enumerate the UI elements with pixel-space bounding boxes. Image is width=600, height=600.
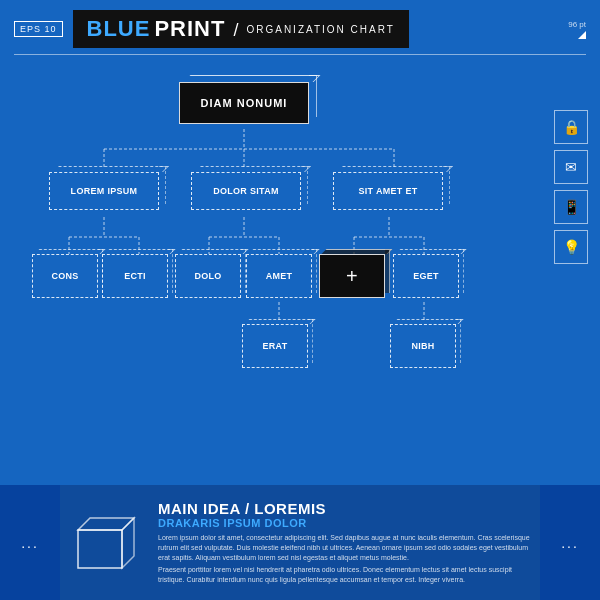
node-erat: ERAT [242, 324, 308, 368]
label-diam-nonumi: DIAM NONUMI [201, 97, 288, 109]
org-chart: DIAM NONUMI LOREM IPSUM DOLOR SITAM [14, 69, 586, 389]
node-amet: AMET [246, 254, 312, 298]
node-dolo: DOLO [175, 254, 241, 298]
bottom-cube-illustration [70, 508, 140, 578]
corner-triangle [578, 31, 586, 39]
svg-marker-20 [78, 518, 134, 530]
drakaris-title: DRAKARIS IPSUM DOLOR [158, 517, 530, 529]
pt-label: 96 pt [568, 20, 586, 29]
svg-rect-19 [78, 530, 122, 568]
label-eget: EGET [413, 271, 439, 281]
node-diam-nonumi: DIAM NONUMI [174, 79, 314, 127]
title-block: BLUE PRINT / ORGANIZATION CHART [73, 10, 409, 48]
label-cons: CONS [51, 271, 78, 281]
bottom-text-block: MAIN IDEA / LOREMIS DRAKARIS IPSUM DOLOR… [158, 500, 530, 585]
label-sit-amet: SIT AMET ET [359, 186, 418, 196]
cube-svg [70, 508, 140, 578]
bottom-section: ... MAIN IDEA / LOREMIS DRAKARIS IPSUM D… [0, 485, 600, 600]
node-cons: CONS [32, 254, 98, 298]
title-slash: / [233, 20, 238, 41]
node-eget: EGET [393, 254, 459, 298]
dots-right: ... [561, 535, 579, 551]
next-button[interactable]: ... [540, 485, 600, 600]
label-dolor-sitam: DOLOR SITAM [213, 186, 279, 196]
title-white: PRINT [154, 16, 225, 42]
prev-button[interactable]: ... [0, 485, 60, 600]
chart-area: DIAM NONUMI LOREM IPSUM DOLOR SITAM [0, 55, 600, 389]
label-ecti: ECTI [124, 271, 146, 281]
label-nibh: NIBH [411, 341, 434, 351]
body-text-2: Praesent porttitor lorem vel nisi hendre… [158, 565, 530, 585]
node-plus: + [319, 254, 385, 298]
eps-label: EPS 10 [14, 21, 63, 37]
node-dolor-sitam: DOLOR SITAM [186, 169, 306, 213]
node-nibh: NIBH [390, 324, 456, 368]
label-lorem-ipsum: LOREM IPSUM [71, 186, 138, 196]
node-ecti: ECTI [102, 254, 168, 298]
dots-left: ... [21, 535, 39, 551]
svg-marker-21 [122, 518, 134, 568]
node-lorem-ipsum: LOREM IPSUM [44, 169, 164, 213]
label-erat: ERAT [262, 341, 287, 351]
corner-indicator: 96 pt [568, 20, 586, 39]
label-dolo: DOLO [194, 271, 221, 281]
node-sit-amet: SIT AMET ET [328, 169, 448, 213]
label-plus: + [346, 265, 358, 288]
title-subtitle: ORGANIZATION CHART [246, 24, 394, 35]
bottom-content: MAIN IDEA / LOREMIS DRAKARIS IPSUM DOLOR… [60, 485, 540, 600]
label-amet: AMET [266, 271, 293, 281]
body-text-1: Lorem ipsum dolor sit amet, consectetur … [158, 533, 530, 562]
main-idea-title: MAIN IDEA / LOREMIS [158, 500, 530, 517]
title-blue: BLUE [87, 16, 151, 42]
header: EPS 10 BLUE PRINT / ORGANIZATION CHART 9… [0, 0, 600, 54]
